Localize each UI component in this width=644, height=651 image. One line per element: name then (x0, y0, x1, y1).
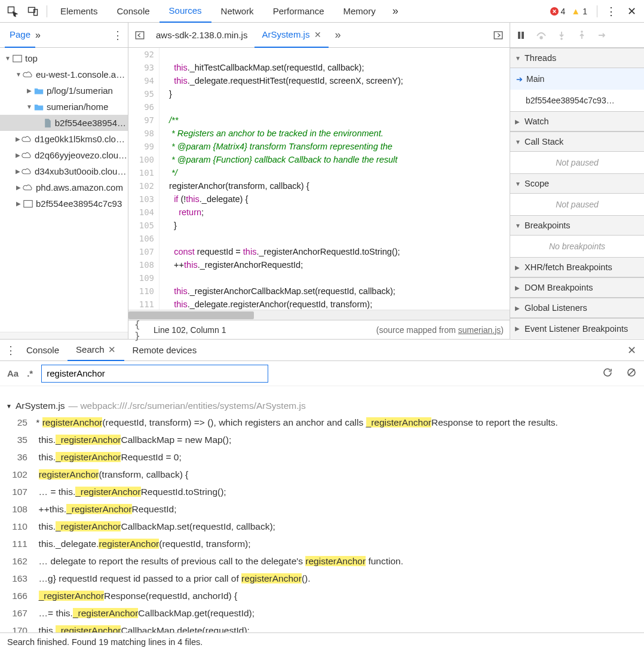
tab-console[interactable]: Console (108, 0, 160, 23)
watch-header[interactable]: ▶Watch (510, 111, 644, 132)
dom-breakpoints-header[interactable]: ▶DOM Breakpoints (510, 277, 644, 298)
close-tab-icon[interactable]: ✕ (314, 30, 321, 39)
pause-icon[interactable] (514, 28, 528, 42)
scope-header[interactable]: ▼Scope (510, 173, 644, 194)
svg-point-9 (540, 36, 542, 39)
global-listeners-header[interactable]: ▶Global Listeners (510, 298, 644, 318)
regex-toggle[interactable]: .* (27, 368, 33, 378)
drawer-tabbar: ⋮ ConsoleSearch✕Remote devices ✕ (0, 340, 644, 361)
editor-tabbar: aws-sdk-2.138.0.min.jsArSystem.js✕ » (128, 23, 510, 48)
step-icon (595, 28, 609, 42)
svg-rect-8 (522, 32, 524, 39)
tree-item[interactable]: ▼eu-west-1.console.aws.amazon.com (0, 66, 128, 82)
file-tab[interactable]: aws-sdk-2.138.0.min.js (149, 23, 254, 48)
tree-item[interactable]: ▶b2f554ee38954c7c93 (0, 195, 128, 212)
debugger-toolbar (510, 23, 644, 48)
step-over-icon (534, 28, 548, 42)
svg-rect-5 (136, 32, 144, 39)
drawer-kebab-icon[interactable]: ⋮ (4, 344, 18, 357)
search-result-line[interactable]: 107 … = this._registerAnchorRequestId.to… (0, 483, 644, 500)
thread-worker[interactable]: b2f554ee38954c7c93… (510, 90, 644, 111)
navigator-more-icon[interactable]: » (35, 30, 41, 41)
tree-item[interactable]: ▶phd.aws.amazon.com (0, 179, 128, 195)
svg-point-11 (581, 30, 583, 33)
search-result-line[interactable]: 108 ++this._registerAnchorRequestId; (0, 500, 644, 518)
search-status: Search finished. Found 19 matching lines… (0, 632, 644, 650)
navigate-forward-icon[interactable] (489, 26, 507, 44)
tab-elements[interactable]: Elements (51, 0, 108, 23)
search-results-list[interactable]: ▼ ArSystem.js — webpack:///./src/sumeria… (0, 386, 644, 632)
settings-kebab-icon[interactable]: ⋮ (601, 2, 621, 20)
drawer-tab-search[interactable]: Search✕ (68, 340, 124, 361)
search-result-line[interactable]: 170 this._registerAnchorCallbackMap.dele… (0, 622, 644, 632)
thread-main[interactable]: ➔Main (510, 68, 644, 90)
tree-item[interactable]: ▼sumerian/home (0, 99, 128, 115)
inspect-icon[interactable] (2, 2, 23, 20)
tree-item[interactable]: b2f554ee38954c7c93 (0, 115, 128, 131)
breakpoints-body: No breakpoints (510, 236, 644, 257)
devtools-tabbar: ElementsConsoleSourcesNetworkPerformance… (0, 0, 644, 23)
svg-point-10 (560, 38, 563, 40)
refresh-icon[interactable] (602, 367, 613, 380)
drawer-tab-console[interactable]: Console (18, 340, 68, 361)
svg-rect-3 (13, 55, 22, 62)
editor-hscroll[interactable] (128, 310, 510, 320)
more-file-tabs-icon[interactable]: » (329, 26, 346, 44)
tab-memory[interactable]: Memory (334, 0, 385, 23)
search-result-line[interactable]: 36 this._registerAnchorRequestId = 0; (0, 448, 644, 466)
file-tab[interactable]: ArSystem.js✕ (254, 23, 329, 48)
tab-network[interactable]: Network (211, 0, 263, 23)
svg-rect-7 (518, 32, 520, 39)
device-toggle-icon[interactable] (23, 2, 43, 20)
page-navigator-tab[interactable]: Page (5, 23, 35, 48)
error-count[interactable]: 4 (550, 7, 566, 16)
close-devtools-icon[interactable]: ✕ (621, 2, 642, 20)
warning-count[interactable]: ▲ 1 (571, 6, 587, 16)
search-toolbar: Aa .* (0, 361, 644, 386)
search-result-line[interactable]: 111 this._delegate.registerAnchor(reques… (0, 535, 644, 552)
search-result-line[interactable]: 163 …g} requestId request id passed to a… (0, 570, 644, 587)
search-result-line[interactable]: 167 …= this._registerAnchorCallbackMap.g… (0, 604, 644, 622)
code-content[interactable]: this._hitTestCallbackMap.set(requestId, … (160, 48, 510, 310)
drawer-close-icon[interactable]: ✕ (622, 344, 640, 357)
breakpoints-header[interactable]: ▼Breakpoints (510, 215, 644, 236)
navigator-tree[interactable]: ▼top▼eu-west-1.console.aws.amazon.com▶p/… (0, 48, 128, 332)
svg-rect-4 (24, 200, 32, 207)
navigator-hscroll[interactable] (0, 332, 128, 339)
tree-item[interactable]: ▶d34xub3ut0ooib.cloudfront.net (0, 163, 128, 179)
tree-item[interactable]: ▶p/log/1/sumerian (0, 82, 128, 99)
debugger-pane: ▼Threads ➔Main b2f554ee38954c7c93… ▶Watc… (510, 23, 644, 339)
threads-header[interactable]: ▼Threads (510, 48, 644, 68)
pretty-print-icon[interactable]: { } (134, 319, 150, 341)
close-tab-icon[interactable]: ✕ (108, 344, 116, 355)
editor-status-bar: { } Line 102, Column 1 (source mapped fr… (128, 320, 510, 339)
clear-search-icon[interactable] (626, 367, 637, 380)
callstack-header[interactable]: ▼Call Stack (510, 132, 644, 152)
tab-sources[interactable]: Sources (160, 0, 211, 23)
scope-body: Not paused (510, 194, 644, 215)
event-listener-bp-header[interactable]: ▶Event Listener Breakpoints (510, 318, 644, 338)
tree-item[interactable]: ▶d1ge0kk1l5kms0.cloudfront.net (0, 131, 128, 147)
svg-rect-6 (494, 32, 502, 39)
cursor-position: Line 102, Column 1 (154, 325, 226, 335)
search-input[interactable] (41, 365, 268, 383)
tab-performance[interactable]: Performance (263, 0, 334, 23)
tree-item[interactable]: ▼top (0, 50, 128, 66)
search-result-file[interactable]: ▼ ArSystem.js — webpack:///./src/sumeria… (0, 398, 644, 414)
navigate-back-icon[interactable] (131, 26, 149, 44)
search-result-line[interactable]: 102 registerAnchor(transform, callback) … (0, 466, 644, 483)
source-map-info: (source mapped from sumerian.js) (376, 325, 504, 335)
drawer-tab-remote-devices[interactable]: Remote devices (124, 340, 206, 361)
navigator-toolbar: Page » ⋮ (0, 23, 128, 48)
step-out-icon (575, 28, 589, 42)
navigator-kebab-icon[interactable]: ⋮ (112, 29, 123, 42)
more-tabs-icon[interactable]: » (385, 2, 406, 20)
tree-item[interactable]: ▶d2q66yyjeovezo.cloudfront.net (0, 147, 128, 163)
search-result-line[interactable]: 166 _registerAnchorResponse(requestId, a… (0, 587, 644, 604)
search-result-line[interactable]: 25 * registerAnchor(requestId, transform… (0, 414, 644, 431)
search-result-line[interactable]: 110 this._registerAnchorCallbackMap.set(… (0, 518, 644, 535)
xhr-breakpoints-header[interactable]: ▶XHR/fetch Breakpoints (510, 257, 644, 277)
search-result-line[interactable]: 162 … delegate to report the results of … (0, 552, 644, 570)
search-result-line[interactable]: 35 this._registerAnchorCallbackMap = new… (0, 431, 644, 448)
match-case-toggle[interactable]: Aa (7, 368, 19, 378)
